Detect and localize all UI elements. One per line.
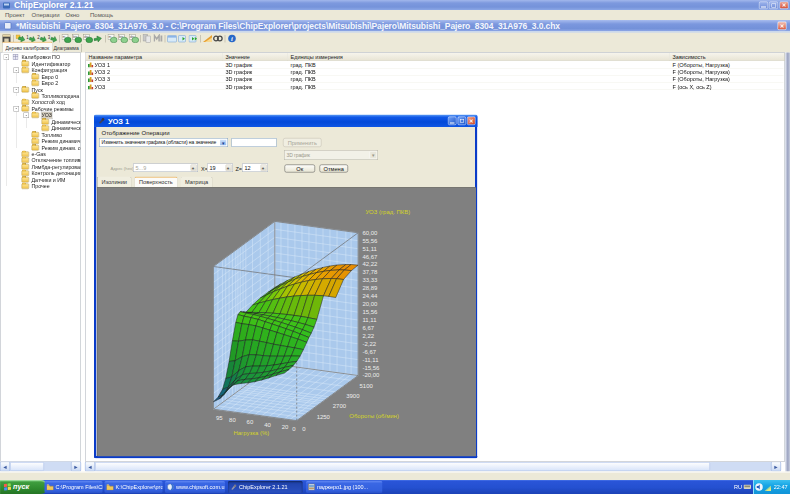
svg-text:1: 1 bbox=[26, 35, 29, 40]
svg-text:24,44: 24,44 bbox=[362, 293, 378, 299]
svg-text:i: i bbox=[231, 35, 233, 42]
svg-text:-20,00: -20,00 bbox=[362, 372, 380, 378]
svg-text:60: 60 bbox=[247, 419, 254, 425]
svg-text:3900: 3900 bbox=[346, 393, 360, 399]
svg-text:1250: 1250 bbox=[317, 414, 331, 420]
svg-text:3: 3 bbox=[48, 35, 51, 40]
svg-text:Нагрузка (%): Нагрузка (%) bbox=[233, 430, 269, 436]
svg-text:80: 80 bbox=[229, 417, 236, 423]
svg-text:2700: 2700 bbox=[333, 403, 347, 409]
svg-text:42,22: 42,22 bbox=[362, 261, 378, 267]
svg-text:60,00: 60,00 bbox=[362, 230, 378, 236]
svg-text:2,22: 2,22 bbox=[362, 333, 374, 339]
svg-text:-11,11: -11,11 bbox=[362, 357, 379, 363]
svg-text:-6,67: -6,67 bbox=[362, 349, 376, 355]
svg-text:11,11: 11,11 bbox=[362, 317, 377, 323]
svg-text:-2,22: -2,22 bbox=[362, 341, 376, 347]
svg-text:33,33: 33,33 bbox=[362, 277, 378, 283]
svg-text:40: 40 bbox=[264, 422, 271, 428]
svg-text:15,56: 15,56 bbox=[362, 309, 378, 315]
svg-text:6,67: 6,67 bbox=[362, 325, 374, 331]
svg-text:46,67: 46,67 bbox=[362, 254, 378, 260]
svg-text:20: 20 bbox=[282, 424, 289, 430]
svg-text:5100: 5100 bbox=[360, 383, 374, 389]
svg-text:37,78: 37,78 bbox=[362, 269, 378, 275]
svg-text:95: 95 bbox=[216, 415, 223, 421]
svg-text:55,56: 55,56 bbox=[362, 238, 378, 244]
svg-text:-15,56: -15,56 bbox=[362, 365, 380, 371]
svg-text:51,11: 51,11 bbox=[362, 246, 377, 252]
svg-text:УОЗ (град. ПКВ): УОЗ (град. ПКВ) bbox=[365, 209, 410, 215]
svg-text:28,89: 28,89 bbox=[362, 285, 378, 291]
svg-text:20,00: 20,00 bbox=[362, 301, 378, 307]
svg-text:Обороты (об/мин): Обороты (об/мин) bbox=[349, 413, 399, 419]
svg-text:2: 2 bbox=[37, 35, 40, 40]
